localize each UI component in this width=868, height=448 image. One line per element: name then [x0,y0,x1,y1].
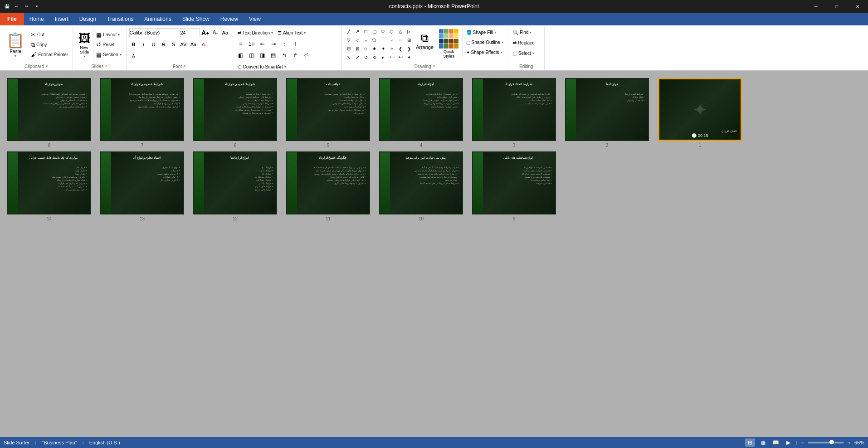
transitions-menu[interactable]: Transitions [102,13,139,25]
save-icon[interactable]: 💾 [3,2,11,10]
shape-27[interactable]: ↺ [362,53,370,61]
shape-8[interactable]: ▷ [405,27,413,35]
font-size-decrease-button[interactable]: A- [211,28,220,37]
bullets-button[interactable]: ≡ [236,39,246,49]
file-menu[interactable]: File [0,13,24,25]
slide-6-thumb[interactable]: شرایط عمومی قرارداد • دارای بنیاد در قرا… [193,78,277,141]
slideshow-menu[interactable]: Slide Show [177,13,215,25]
maximize-button[interactable]: □ [826,0,847,13]
underline-button[interactable]: U [149,40,158,49]
paste-button[interactable]: 📋 Paste ▾ [3,27,28,62]
rect-shape[interactable]: □ [362,27,370,35]
redo-icon[interactable]: ↪ [23,2,31,10]
shape-20[interactable]: ★ [371,44,379,53]
slide-1-thumb[interactable]: ✦ الفتاح الرزاق 🕐 00:15 [658,78,742,141]
shape-28[interactable]: ↻ [371,53,379,61]
layout-button[interactable]: ▦ Layout ▾ [94,30,123,40]
shape-12[interactable]: ⬠ [371,36,379,44]
line-break-button[interactable]: ⏎ [301,51,311,60]
shape-13[interactable]: ⌒ [379,36,387,44]
ltr-button[interactable]: ↱ [290,51,300,60]
slide-7-thumb[interactable]: شرایط خصوصی قرارداد • هر طرفی بخواهد مفا… [100,78,184,141]
slide-12-thumb[interactable]: انواع قراردادها • قرارداد بیع• قرارداد ا… [193,151,277,214]
font-size-input[interactable] [180,28,200,37]
line-spacing-button[interactable]: ↕ [279,39,289,49]
find-button[interactable]: 🔍 Find ▾ [511,27,536,37]
increase-indent-button[interactable]: ⇥ [268,39,278,49]
shape-14[interactable]: ⌣ [388,36,396,44]
slide-2-thumb[interactable]: قراردادها • شرایط انعقاد قرارداد• انواع … [565,78,649,141]
shape-5[interactable]: ⬭ [379,27,387,35]
shape-7[interactable]: △ [396,27,405,35]
char-spacing-button[interactable]: AV [179,40,188,49]
connector-shape[interactable]: ↗ [353,27,361,35]
shape-26[interactable]: ⤢ [353,53,361,61]
text-shadow-button[interactable]: S [169,40,178,49]
align-left-button[interactable]: ◧ [236,51,246,60]
format-painter-button[interactable]: 🖌 Format Painter [29,50,70,60]
slides-expand-icon[interactable]: ↗ [104,64,107,68]
text-direction-button[interactable]: ⇄ Text Direction ▾ [236,28,275,38]
select-button[interactable]: ⬚ Select ▾ [511,48,536,58]
columns-button[interactable]: ⫳ [290,39,300,49]
close-button[interactable]: ✕ [847,0,868,13]
home-menu[interactable]: Home [24,13,49,25]
slide-3-thumb[interactable]: شرایط انعقاد قرارداد • یکی از شرایط اساس… [472,78,556,141]
shape-18[interactable]: ⊠ [353,44,361,53]
rounded-rect-shape[interactable]: ▢ [371,27,379,35]
change-case-button[interactable]: Aa [189,40,198,49]
line-shape[interactable]: ╱ [345,27,353,35]
review-menu[interactable]: Review [215,13,244,25]
rtl-button[interactable]: ↰ [279,51,289,60]
drawing-expand-icon[interactable]: ↗ [432,64,435,68]
shape-11[interactable]: ⬦ [362,36,370,44]
copy-button[interactable]: ⧉ Copy [29,40,70,50]
minimize-button[interactable]: ─ [805,0,826,13]
justify-button[interactable]: ▤ [268,51,278,60]
slide-8-thumb[interactable]: طرفین قرارداد • شخص حقیقی: به اشخاص واقع… [7,78,91,141]
shape-9[interactable]: ▽ [345,36,353,44]
convert-smartart-button[interactable]: ⬡ Convert to SmartArt ▾ [236,62,288,70]
align-right-button[interactable]: ◨ [258,51,268,60]
arrange-button[interactable]: ⧉ Arrange [414,27,436,58]
slide-5-thumb[interactable]: نواقف نامه • در این سبک از قرارداد تجارت… [286,78,370,141]
font-name-input[interactable] [129,28,179,37]
align-text-button[interactable]: ☰ Align Text ▾ [276,28,307,38]
cut-button[interactable]: ✂ Cut [29,30,70,40]
shape-fill-button[interactable]: 🪣 Shape Fill ▾ [464,27,505,37]
shape-31[interactable]: ⬷ [396,53,405,61]
slide-9-thumb[interactable]: انواع ضمانتنامه های بانکی • قسمتی ۵ درصد… [472,151,556,214]
font-color-button[interactable]: A [199,40,208,49]
design-menu[interactable]: Design [74,13,102,25]
shape-29[interactable]: ▸ [379,53,387,61]
slide-10-thumb[interactable]: پیش بینی حوادث امور و غیر مترقبه • خواند… [379,151,463,214]
bold-button[interactable]: B [129,40,138,49]
shape-21[interactable]: ✦ [379,44,387,53]
slide-4-thumb[interactable]: اجزاء قرارداد • در این قسمت از قراردادها… [379,78,463,141]
align-center-button[interactable]: ◫ [247,51,257,60]
numbering-button[interactable]: 1≡ [247,39,257,49]
font-size-increase-button[interactable]: A+ [201,28,210,37]
shape-24[interactable]: ❯ [405,44,413,53]
slide-14-thumb[interactable]: مواردی که چک بلامحل قابل تعقیب جزایی • ت… [7,151,91,214]
font-expand-icon[interactable]: ↗ [183,64,186,68]
shape-19[interactable]: ☆ [362,44,370,53]
shape-effects-button[interactable]: ✦ Shape Effects ▾ [464,47,505,57]
view-menu[interactable]: View [244,13,266,25]
customize-qa-icon[interactable]: ▾ [33,2,41,10]
shape-22[interactable]: ✧ [388,44,396,53]
insert-menu[interactable]: Insert [49,13,74,25]
section-button[interactable]: ▤ Section ▾ [94,50,123,60]
shape-6[interactable]: ⬡ [388,27,396,35]
decrease-indent-button[interactable]: ⇤ [258,39,268,49]
shape-15[interactable]: ⌢ [396,36,405,44]
italic-button[interactable]: I [139,40,148,49]
undo-icon[interactable]: ↩ [13,2,21,10]
animations-menu[interactable]: Animations [139,13,176,25]
clear-format-button[interactable]: Aa [221,28,230,37]
replace-button[interactable]: ⇄ Replace [511,38,536,48]
shape-17[interactable]: ⊟ [345,44,353,53]
shape-10[interactable]: ◁ [353,36,361,44]
strikethrough-button[interactable]: S [159,40,168,49]
slide-13-thumb[interactable]: اسناد تجاری وانواع آن • انواع اسناد تجار… [100,151,184,214]
